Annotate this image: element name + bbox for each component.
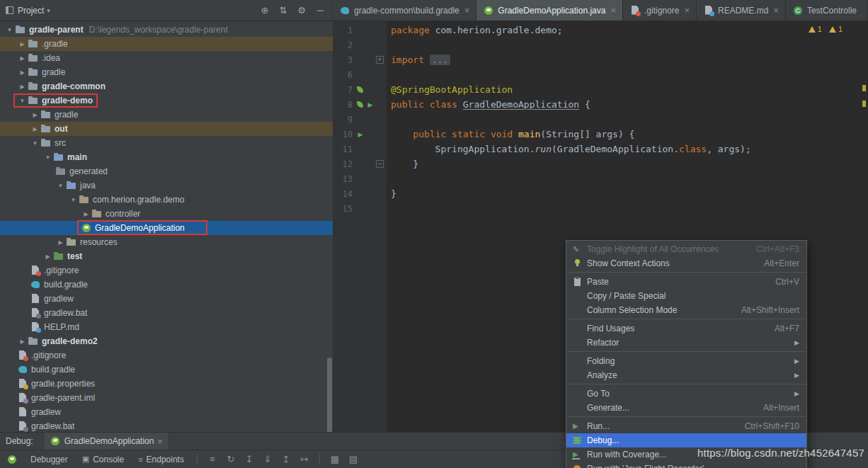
chevron-expanded-icon[interactable]: ▼: [30, 140, 40, 147]
tab-close-icon[interactable]: ×: [610, 5, 616, 16]
layout-grid-icon[interactable]: ▦: [326, 454, 344, 464]
chevron-collapsed-icon[interactable]: ▶: [17, 338, 28, 345]
menu-item-run[interactable]: Run...Ctrl+Shift+F10: [566, 419, 806, 433]
tree-item-gradle-properties[interactable]: gradle.properties: [0, 377, 333, 391]
tab-close-icon[interactable]: ×: [773, 5, 779, 16]
run-gutter-icon[interactable]: ▶: [356, 130, 365, 139]
editor-tab-testcontrolle[interactable]: TestControlle: [786, 0, 867, 21]
menu-item-column-selection-mode[interactable]: Column Selection ModeAlt+Shift+Insert: [566, 303, 806, 317]
tree-scrollbar[interactable]: [327, 358, 332, 432]
run-to-cursor-icon[interactable]: ↦: [295, 454, 314, 464]
tree-item-label: generated: [69, 166, 108, 176]
force-step-into-icon[interactable]: ⇓: [258, 454, 277, 464]
editor-tab-readme-md[interactable]: README.md×: [697, 0, 786, 21]
menu-item-analyze[interactable]: Analyze▶: [566, 368, 806, 382]
tree-item-gradle-parent-iml[interactable]: gradle-parent.iml: [0, 391, 333, 405]
tree-item-java[interactable]: ▼java: [0, 178, 333, 193]
chevron-collapsed-icon[interactable]: ▶: [42, 253, 53, 260]
tab-close-icon[interactable]: ×: [684, 5, 690, 16]
spring-gutter-icon[interactable]: [356, 101, 365, 109]
chevron-expanded-icon[interactable]: ▼: [17, 98, 28, 104]
tree-item-out[interactable]: ▶out: [0, 122, 333, 136]
tree-item-help-md[interactable]: HELP.md: [0, 320, 333, 334]
locate-file-icon[interactable]: ⊕: [256, 5, 274, 16]
menu-item-paste[interactable]: PasteCtrl+V: [566, 275, 806, 289]
chevron-expanded-icon[interactable]: ▼: [4, 27, 15, 33]
inspection-item[interactable]: 1: [829, 25, 843, 33]
tree-item-gradlew-bat[interactable]: gradlew.bat: [0, 306, 333, 320]
tree-item-gradle-demo2[interactable]: ▶gradle-demo2: [0, 334, 333, 348]
menu-item-generate[interactable]: Generate...Alt+Insert: [566, 401, 806, 415]
inspection-item[interactable]: 1: [809, 25, 822, 33]
menu-item-folding[interactable]: Folding▶: [566, 354, 806, 368]
tool-tab-endpoints[interactable]: ≡Endpoints: [131, 450, 191, 468]
menu-item-copy-paste-special[interactable]: Copy / Paste Special: [566, 289, 806, 303]
menu-item-find-usages[interactable]: Find UsagesAlt+F7: [566, 321, 806, 336]
editor-tab-gitignore[interactable]: .gitignore×: [623, 0, 697, 21]
collapse-all-icon[interactable]: ⇅: [274, 5, 292, 16]
step-into-icon[interactable]: ↧: [240, 454, 258, 464]
tree-item-test[interactable]: ▶test: [0, 249, 333, 263]
show-execution-point-icon[interactable]: ≡: [203, 454, 222, 464]
menu-item-go-to[interactable]: Go To▶: [566, 387, 806, 401]
tree-item-gitignore[interactable]: .gitignore: [0, 263, 333, 278]
tree-item-gradle[interactable]: ▶.gradle: [0, 37, 333, 51]
tree-item-gradle-common[interactable]: ▶gradle-common: [0, 79, 333, 93]
debug-session-tab[interactable]: GradleDemoApplication ×: [43, 433, 169, 450]
chevron-expanded-icon[interactable]: ▼: [55, 183, 66, 189]
chevron-collapsed-icon[interactable]: ▶: [17, 55, 28, 62]
tree-item-gradle-demo[interactable]: ▼gradle-demo: [0, 93, 333, 108]
menu-item-debug[interactable]: Debug...: [566, 433, 806, 447]
project-toolwindow-title[interactable]: Project: [18, 6, 44, 16]
tree-item-gradlew-bat[interactable]: gradlew.bat: [0, 419, 333, 432]
run-gutter-icon[interactable]: ▶: [366, 101, 375, 109]
chevron-collapsed-icon[interactable]: ▶: [17, 69, 28, 76]
tree-item-com-herion-gradle-demo[interactable]: ▼com.herion.gradle.demo: [0, 193, 333, 207]
editor-tab-gradledemoapplication-java[interactable]: GradleDemoApplication.java×: [476, 0, 623, 21]
tool-tab-debugger[interactable]: Debugger: [23, 450, 75, 468]
tree-item-gitignore[interactable]: .gitignore: [0, 348, 333, 363]
coverage-icon: [571, 450, 586, 460]
menu-item-run-with-java-flight-recorder[interactable]: Run with 'Java Flight Recorder': [566, 462, 806, 468]
spring-gutter-icon[interactable]: [356, 86, 365, 94]
chevron-expanded-icon[interactable]: ▼: [42, 154, 53, 161]
tree-item-src[interactable]: ▼src: [0, 136, 333, 150]
tree-item-gradle[interactable]: ▶gradle: [0, 65, 333, 79]
chevron-down-icon[interactable]: ▾: [47, 7, 50, 14]
tree-item-generated[interactable]: generated: [0, 164, 333, 178]
settings-gear-icon[interactable]: ⚙: [292, 5, 311, 16]
tree-item-resources[interactable]: ▶resources: [0, 235, 333, 249]
chevron-collapsed-icon[interactable]: ▶: [81, 211, 91, 217]
tree-item-gradledemoapplication[interactable]: GradleDemoApplication: [0, 221, 333, 235]
tree-item-gradle-parent[interactable]: ▼gradle-parentD:\legends_workspace\gradl…: [0, 23, 333, 37]
warning-stripe-mark[interactable]: [862, 101, 866, 107]
chevron-collapsed-icon[interactable]: ▶: [17, 84, 28, 90]
step-over-icon[interactable]: ↻: [222, 454, 240, 464]
hide-toolwindow-icon[interactable]: ─: [311, 5, 329, 16]
endpoints-icon: ≡: [138, 455, 142, 464]
tree-item-build-gradle[interactable]: build.gradle: [0, 278, 333, 292]
tree-item-gradlew[interactable]: gradlew: [0, 292, 333, 306]
close-icon[interactable]: ×: [157, 436, 163, 447]
menu-item-show-context-actions[interactable]: Show Context ActionsAlt+Enter: [566, 256, 806, 270]
chevron-collapsed-icon[interactable]: ▶: [55, 239, 66, 246]
tab-close-icon[interactable]: ×: [464, 5, 470, 16]
menu-item-refactor[interactable]: Refactor▶: [566, 336, 806, 350]
chevron-expanded-icon[interactable]: ▼: [68, 197, 79, 203]
tree-item-idea[interactable]: ▶.idea: [0, 51, 333, 65]
tree-item-gradlew[interactable]: gradlew: [0, 405, 333, 419]
chevron-collapsed-icon[interactable]: ▶: [30, 126, 40, 132]
chevron-collapsed-icon[interactable]: ▶: [17, 41, 28, 47]
step-out-icon[interactable]: ↥: [277, 454, 295, 464]
restore-layout-icon[interactable]: ▤: [344, 454, 362, 464]
chevron-collapsed-icon[interactable]: ▶: [30, 112, 40, 118]
tree-item-main[interactable]: ▼main: [0, 150, 333, 164]
tree-item-gradle[interactable]: ▶gradle: [0, 108, 333, 122]
tree-item-build-gradle[interactable]: build.gradle: [0, 363, 333, 377]
tree-item-controller[interactable]: ▶controller: [0, 207, 333, 221]
warning-stripe-mark[interactable]: [862, 85, 866, 91]
tool-tab-console[interactable]: ▣Console: [75, 450, 131, 468]
editor-tab-gradle-common-build-gradle[interactable]: gradle-common\build.gradle×: [333, 0, 476, 21]
fold-marker-icon[interactable]: +: [376, 56, 384, 64]
fold-marker-icon[interactable]: −: [376, 160, 384, 168]
